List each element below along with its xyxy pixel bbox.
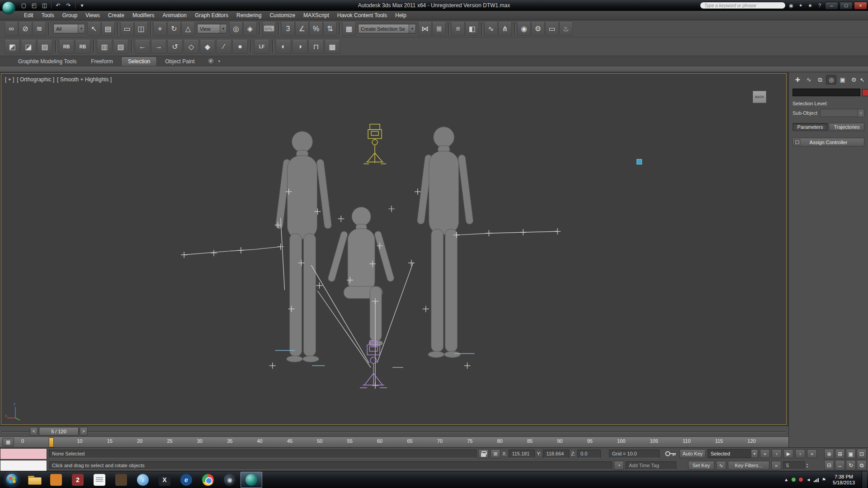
redo-icon[interactable]: ↷: [64, 1, 73, 9]
show-hidden-icons[interactable]: ▲: [784, 477, 788, 482]
previous-frame-icon[interactable]: <: [30, 427, 38, 436]
rigid-body-icon[interactable]: RB: [75, 40, 90, 54]
utilities-tab-icon[interactable]: ⚙: [849, 75, 859, 84]
arrow-left-icon[interactable]: ←: [135, 40, 150, 54]
3dsmax-taskbar-icon[interactable]: [241, 472, 262, 488]
selected-keys-curve-icon[interactable]: ∿: [716, 461, 726, 470]
manage-layers-icon[interactable]: ≡: [451, 22, 465, 36]
auto-key-button[interactable]: Auto Key: [679, 449, 706, 458]
clock[interactable]: 7:38 PM 5/18/2013: [829, 474, 859, 486]
keyboard-override-icon[interactable]: ⌨: [262, 22, 276, 36]
zoom-extents-icon[interactable]: ▣: [846, 449, 856, 459]
object-color-swatch[interactable]: [862, 89, 868, 96]
y-coordinate-field[interactable]: 118.664: [543, 450, 569, 458]
shape-icon[interactable]: ◑: [292, 40, 307, 54]
menu-item[interactable]: Tools: [38, 11, 58, 20]
maximize-viewport-icon[interactable]: ⧉: [857, 460, 867, 470]
tab-object-paint[interactable]: Object Paint: [159, 57, 201, 66]
create-tab-icon[interactable]: ✚: [793, 75, 803, 84]
selection-region-icon[interactable]: ▭: [120, 22, 134, 36]
select-and-scale-icon[interactable]: △: [181, 22, 195, 36]
network-icon[interactable]: [814, 478, 819, 482]
time-slider-track[interactable]: [2, 431, 786, 432]
viewport-pov-label[interactable]: [ Orthographic ]: [17, 76, 54, 83]
helper-object-top[interactable]: [363, 124, 386, 164]
use-pivot-center-icon[interactable]: ◎: [229, 22, 243, 36]
ribbon-minimize-icon[interactable]: ▾: [218, 59, 220, 63]
lock-selection-icon[interactable]: [478, 449, 489, 458]
steam-taskbar-icon[interactable]: ◉: [219, 472, 241, 488]
tab-graphite-modeling-tools[interactable]: Graphite Modeling Tools: [12, 57, 83, 66]
menu-item[interactable]: Rendering: [232, 11, 265, 20]
3dsmax-logo-icon[interactable]: [2, 1, 15, 14]
internet-explorer-taskbar-icon[interactable]: e: [175, 472, 197, 488]
close-icon[interactable]: ×: [854, 2, 867, 9]
object-name-field[interactable]: [793, 89, 860, 96]
viewport-menu-plus[interactable]: [ + ]: [5, 76, 14, 83]
selection-filter-dropdown[interactable]: All ▾: [53, 24, 85, 33]
align-icon[interactable]: ≣: [432, 22, 446, 36]
tray-icon-green[interactable]: [792, 478, 796, 482]
absolute-mode-icon[interactable]: ⊞: [491, 449, 500, 458]
tab-selection[interactable]: Selection: [121, 56, 157, 66]
key-filters-button[interactable]: Key Filters...: [728, 461, 769, 470]
viewport-shading-label[interactable]: [ Smooth + Highlights ]: [57, 76, 112, 83]
graphite-toggle-icon[interactable]: ◧: [465, 22, 479, 36]
modify-tab-icon[interactable]: ∿: [804, 75, 814, 84]
mirror-icon[interactable]: ⋈: [418, 22, 432, 36]
itunes-taskbar-icon[interactable]: ♪: [132, 472, 154, 488]
volume-icon[interactable]: ◄: [806, 477, 811, 482]
expand-icon[interactable]: +: [794, 139, 800, 145]
bind-to-space-warp-icon[interactable]: ≋: [33, 22, 46, 36]
sub-object-dropdown[interactable]: ▾: [820, 109, 864, 117]
x-coordinate-field[interactable]: 115.181: [509, 450, 535, 458]
next-frame-icon[interactable]: >: [80, 427, 88, 436]
favorites-star-icon[interactable]: ★: [806, 1, 814, 9]
display-tab-icon[interactable]: ▣: [837, 75, 848, 84]
viewport-marker[interactable]: [637, 160, 642, 164]
time-slider-handle[interactable]: 5 / 120: [39, 427, 79, 436]
undo-icon[interactable]: ↶: [53, 1, 63, 9]
material-editor-icon[interactable]: ◉: [517, 22, 531, 36]
arrow-right-icon[interactable]: →: [151, 40, 166, 54]
unlink-selection-icon[interactable]: ⊘: [19, 22, 32, 36]
menu-item[interactable]: Customize: [265, 11, 299, 20]
viewport[interactable]: [ + ] [ Orthographic ] [ Smooth + Highli…: [1, 73, 787, 425]
maximize-icon[interactable]: □: [840, 2, 853, 9]
search-input[interactable]: [700, 2, 786, 9]
open-file-icon[interactable]: ◰: [29, 1, 39, 9]
menu-item[interactable]: Group: [58, 11, 81, 20]
maxscript-mini-listener[interactable]: [0, 460, 47, 471]
next-frame-icon[interactable]: ›: [795, 449, 805, 458]
hierarchy-tab-icon[interactable]: ⧉: [815, 75, 826, 84]
curve-editor-icon[interactable]: ∿: [484, 22, 498, 36]
add-time-tag-field[interactable]: Add Time Tag: [626, 461, 676, 470]
scene-canvas[interactable]: [1, 74, 786, 424]
select-by-name-icon[interactable]: ▤: [101, 22, 115, 36]
maxscript-macro-recorder[interactable]: [0, 448, 47, 460]
motion-tab-icon[interactable]: ◎: [826, 75, 836, 84]
orange-app-taskbar-icon[interactable]: [45, 472, 67, 488]
rendered-frame-icon[interactable]: ▭: [545, 22, 559, 36]
diamond-icon[interactable]: ◇: [184, 40, 199, 54]
time-slider[interactable]: < 5 / 120 >: [0, 426, 788, 436]
set-key-button[interactable]: Set Key: [688, 461, 714, 470]
render-production-icon[interactable]: ♨: [559, 22, 573, 36]
mini-curve-editor-icon[interactable]: ▦: [2, 438, 14, 446]
go-to-end-icon[interactable]: »: [807, 449, 817, 458]
select-and-link-icon[interactable]: ∞: [5, 22, 18, 36]
assign-controller-rollout[interactable]: + Assign Controller: [793, 138, 864, 146]
select-and-rotate-icon[interactable]: ↻: [167, 22, 181, 36]
snaps-toggle-icon[interactable]: 3: [281, 22, 295, 36]
scene-model-left[interactable]: [275, 131, 332, 362]
container-icon[interactable]: ◩: [5, 40, 20, 54]
frame-spinner[interactable]: ▴ ▾: [807, 463, 808, 468]
constraint-icon[interactable]: ▧: [113, 40, 128, 54]
viewcube[interactable]: BACK: [753, 91, 766, 103]
reference-coordinate-dropdown[interactable]: View ▾: [197, 24, 227, 33]
menu-item[interactable]: MAXScript: [299, 11, 333, 20]
schematic-view-icon[interactable]: ⋔: [498, 22, 512, 36]
percent-snap-icon[interactable]: %: [309, 22, 323, 36]
menu-item[interactable]: Views: [81, 11, 104, 20]
shape-icon[interactable]: ▩: [325, 40, 340, 54]
